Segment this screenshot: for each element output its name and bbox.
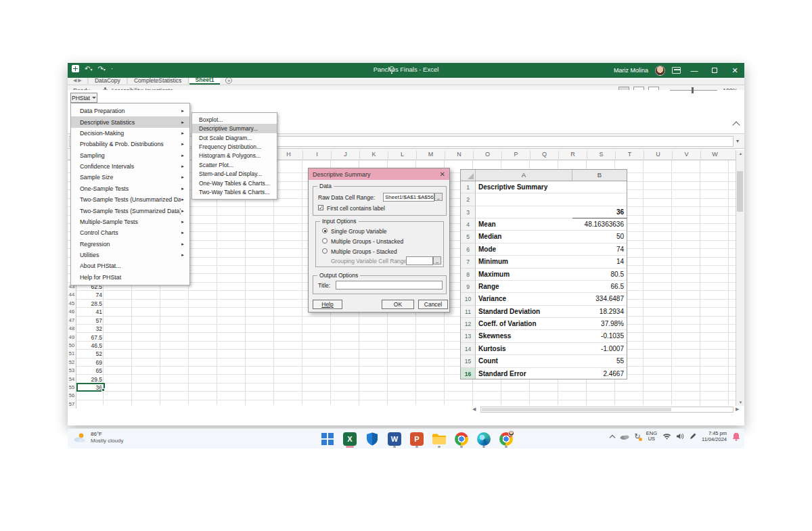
stats-row-number-3[interactable]: 3 (461, 206, 476, 218)
stats-row-number-13[interactable]: 13 (461, 330, 476, 342)
taskbar-app-chrome-profile[interactable] (498, 430, 514, 448)
submenu-item-scatter-plot[interactable]: Scatter Plot... (192, 160, 277, 169)
column-header-j[interactable]: J (331, 151, 359, 160)
submenu-item-boxplot[interactable]: Boxplot... (192, 115, 277, 124)
ok-button[interactable]: OK (382, 300, 414, 309)
cell-row-53[interactable]: 65 (76, 367, 104, 375)
taskbar-app-word[interactable]: W (386, 430, 403, 448)
stats-value-2[interactable] (572, 193, 627, 206)
row-header-54[interactable]: 54 (68, 375, 76, 384)
column-header-p[interactable]: P (501, 151, 530, 160)
stats-row-number-11[interactable]: 11 (461, 306, 476, 318)
row-header-57[interactable]: 57 (68, 400, 76, 409)
scroll-up-icon[interactable]: ▲ (736, 152, 744, 156)
clock-widget[interactable]: 7:45 pm11/04/2024 (702, 430, 727, 442)
column-header-s[interactable]: S (587, 151, 615, 160)
taskbar-app-start[interactable] (319, 430, 336, 448)
stats-label-maximum[interactable]: Maximum (476, 269, 572, 281)
row-header-44[interactable]: 44 (68, 291, 76, 299)
stats-row-number-15[interactable]: 15 (461, 355, 476, 367)
stats-label-range[interactable]: Range (476, 281, 572, 293)
taskbar-app-powerpoint[interactable]: P (409, 430, 425, 448)
column-header-a[interactable]: A (476, 170, 572, 181)
column-header-h[interactable]: H (274, 151, 302, 160)
weather-widget[interactable]: 86°F Mostly cloudy (73, 431, 123, 444)
cell-row-45[interactable]: 28.5 (76, 300, 104, 308)
menu-item-sampling[interactable]: Sampling► (71, 150, 189, 161)
stats-value-standard-deviation[interactable]: 18.2934 (572, 306, 627, 318)
dialog-close-icon[interactable]: ✕ (440, 170, 445, 178)
taskbar-app-chrome[interactable] (453, 430, 470, 448)
column-header-v[interactable]: V (672, 151, 700, 160)
stats-value-range[interactable]: 66.5 (572, 281, 627, 293)
zoom-slider-thumb[interactable] (692, 87, 694, 93)
taskbar-app-explorer[interactable] (431, 430, 447, 448)
stats-row-number-5[interactable]: 5 (461, 231, 476, 243)
taskbar-app-excel[interactable]: X (342, 430, 358, 448)
title-input[interactable] (336, 281, 443, 290)
row-header-52[interactable]: 52 (68, 359, 76, 367)
restore-button[interactable] (708, 66, 721, 74)
range-input[interactable]: Sheet1!$A$1:$A$56 (383, 193, 434, 202)
column-header-m[interactable]: M (416, 151, 445, 160)
notification-bell-icon[interactable] (732, 432, 740, 441)
stats-label-median[interactable]: Median (476, 231, 572, 243)
menu-item-confidence-intervals[interactable]: Confidence Intervals► (71, 161, 189, 172)
row-header-48[interactable]: 48 (68, 325, 76, 333)
stats-value-variance[interactable]: 334.6487 (572, 293, 627, 305)
tray-cloud-icon[interactable] (620, 434, 629, 440)
stats-value-skewness[interactable]: -0.1035 (572, 330, 627, 342)
submenu-item-histogram-polygons[interactable]: Histogram & Polygons... (192, 152, 277, 160)
minimize-button[interactable]: — (687, 66, 701, 74)
row-header-46[interactable]: 46 (68, 308, 76, 316)
column-header-n[interactable]: N (445, 151, 473, 160)
stats-row-number-10[interactable]: 10 (461, 293, 476, 305)
stats-row-number-14[interactable]: 14 (461, 343, 476, 355)
column-header-b[interactable]: B (572, 170, 627, 181)
stats-value-descriptive-summary[interactable] (572, 181, 627, 193)
row-header-49[interactable]: 49 (68, 333, 76, 342)
stats-value-standard-error[interactable]: 2.4667 (572, 368, 627, 379)
stats-label-skewness[interactable]: Skewness (476, 330, 572, 342)
column-header-o[interactable]: O (473, 151, 501, 160)
cell-row-44[interactable]: 74 (76, 291, 104, 299)
stats-row-number-16[interactable]: 16 (461, 368, 476, 379)
menu-item-two-sample-tests-summarized-data[interactable]: Two-Sample Tests (Summarized Data)► (71, 205, 189, 216)
menu-item-probability-prob-distributions[interactable]: Probability & Prob. Distributions► (71, 139, 189, 149)
dialog-title-bar[interactable]: Descriptive Summary ✕ (309, 168, 449, 180)
help-button[interactable]: Help (313, 300, 342, 309)
ribbon-display-options-icon[interactable] (672, 67, 681, 74)
stats-row-number-2[interactable]: 2 (461, 193, 476, 206)
stats-value-mode[interactable]: 74 (572, 244, 627, 256)
column-header-l[interactable]: L (388, 151, 416, 160)
stats-value-count[interactable]: 55 (572, 355, 627, 367)
volume-icon[interactable] (677, 433, 684, 440)
stats-value-median[interactable]: 50 (572, 231, 627, 243)
stats-row-number-4[interactable]: 4 (461, 218, 476, 231)
row-header-55[interactable]: 55 (68, 384, 76, 392)
column-header-r[interactable]: R (558, 151, 587, 160)
stats-value-3[interactable]: 36 (572, 206, 627, 218)
submenu-item-one-way-tables-charts[interactable]: One-Way Tables & Charts... (192, 179, 277, 187)
menu-item-data-preparation[interactable]: Data Preparation► (71, 106, 189, 116)
menu-item-about-phstat[interactable]: About PHStat... (71, 260, 189, 271)
multiple-stacked-radio[interactable] (322, 248, 328, 254)
submenu-item-dot-scale-diagram[interactable]: Dot Scale Diagram... (192, 133, 277, 142)
taskbar-app-edge[interactable] (476, 430, 492, 448)
language-indicator[interactable]: ENGUS (646, 431, 657, 442)
stats-row-number-7[interactable]: 7 (461, 256, 476, 268)
submenu-item-frequency-distribution[interactable]: Frequency Distribution... (192, 142, 277, 151)
row-header-50[interactable]: 50 (68, 342, 76, 350)
column-header-q[interactable]: Q (530, 151, 558, 160)
column-header-u[interactable]: U (644, 151, 672, 160)
stats-label-count[interactable]: Count (476, 355, 572, 367)
menu-item-help-for-phstat[interactable]: Help for PHStat (71, 272, 189, 283)
column-header-k[interactable]: K (359, 151, 388, 160)
menu-item-two-sample-tests-unsummarized-data[interactable]: Two-Sample Tests (Unsummarized Data)► (71, 194, 189, 205)
menu-item-multiple-sample-tests[interactable]: Multiple-Sample Tests► (71, 216, 189, 227)
user-name[interactable]: Mariz Molina (614, 67, 648, 74)
stats-row-number-1[interactable]: 1 (461, 181, 476, 193)
column-header-t[interactable]: T (615, 151, 644, 160)
stats-label-minimum[interactable]: Minimum (476, 256, 572, 268)
new-sheet-button[interactable]: + (225, 77, 232, 84)
